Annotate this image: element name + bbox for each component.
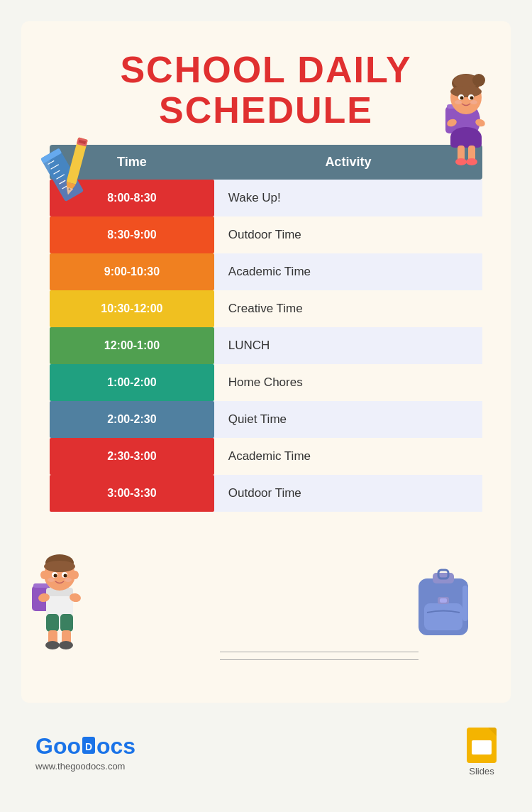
activity-cell: Wake Up!: [214, 180, 482, 216]
pencil-ruler-decoration: [39, 135, 117, 213]
table-row: 9:00-10:30Academic Time: [50, 253, 482, 290]
svg-point-47: [59, 641, 73, 649]
activity-cell: Home Chores: [214, 364, 482, 401]
activity-cell: Academic Time: [214, 438, 482, 475]
time-cell: 3:00-3:30: [50, 475, 214, 512]
activity-cell: Outdoor Time: [214, 475, 482, 512]
table-row: 8:30-9:00Outdoor Time: [50, 216, 482, 253]
svg-rect-37: [33, 583, 49, 588]
svg-point-28: [472, 74, 485, 87]
svg-point-57: [40, 571, 48, 579]
time-cell: 9:00-10:30: [50, 253, 214, 290]
footer: GooDocs www.thegoodocs.com Slides: [0, 710, 532, 794]
activity-cell: Quiet Time: [214, 401, 482, 438]
slides-label: Slides: [469, 766, 494, 777]
svg-rect-40: [46, 614, 59, 632]
girl-character: [426, 60, 507, 177]
time-cell: 8:30-9:00: [50, 216, 214, 253]
svg-point-53: [54, 574, 57, 578]
table-row: 2:30-3:00Academic Time: [50, 438, 482, 475]
page-title: SCHOOL DAILY SCHEDULE: [50, 50, 482, 131]
activity-cell: Creative Time: [214, 290, 482, 327]
main-card: SCHOOL DAILY SCHEDULE Time Activity 8:00…: [21, 21, 511, 703]
svg-point-58: [72, 571, 79, 579]
svg-point-35: [470, 100, 477, 104]
boy-character: [25, 539, 110, 657]
table-row: 10:30-12:00Creative Time: [50, 290, 482, 327]
svg-point-56: [65, 578, 72, 582]
svg-point-34: [455, 100, 462, 104]
activity-cell: Academic Time: [214, 253, 482, 290]
svg-point-24: [466, 158, 477, 165]
time-cell: 1:00-2:00: [50, 364, 214, 401]
svg-point-29: [450, 86, 482, 97]
logo: GooDocs: [35, 733, 135, 759]
time-cell: 2:00-2:30: [50, 401, 214, 438]
slides-logo: [467, 728, 497, 763]
svg-point-33: [470, 97, 474, 100]
svg-text:D: D: [85, 741, 92, 752]
svg-point-23: [455, 158, 467, 165]
time-cell: 12:00-1:00: [50, 327, 214, 364]
time-cell: 2:30-3:00: [50, 438, 214, 475]
svg-point-50: [44, 561, 75, 572]
table-row: 2:00-2:30Quiet Time: [50, 401, 482, 438]
signature-lines: [220, 652, 440, 667]
backpack-decoration: [411, 564, 482, 649]
svg-point-54: [64, 574, 67, 578]
table-row: 12:00-1:00LUNCH: [50, 327, 482, 364]
svg-rect-18: [450, 135, 482, 148]
time-cell: 10:30-12:00: [50, 290, 214, 327]
activity-cell: LUNCH: [214, 327, 482, 364]
svg-rect-60: [424, 603, 462, 630]
svg-rect-65: [462, 586, 468, 621]
activity-cell: Outdoor Time: [214, 216, 482, 253]
svg-rect-64: [440, 598, 447, 603]
footer-domain: www.thegoodocs.com: [35, 761, 135, 772]
footer-branding: GooDocs www.thegoodocs.com: [35, 733, 135, 772]
svg-point-46: [45, 641, 60, 649]
table-row: 1:00-2:00Home Chores: [50, 364, 482, 401]
svg-rect-41: [60, 614, 73, 632]
table-row: 3:00-3:30Outdoor Time: [50, 475, 482, 512]
svg-point-55: [48, 578, 55, 582]
slides-icon-area: Slides: [467, 728, 497, 777]
svg-point-32: [460, 97, 464, 100]
